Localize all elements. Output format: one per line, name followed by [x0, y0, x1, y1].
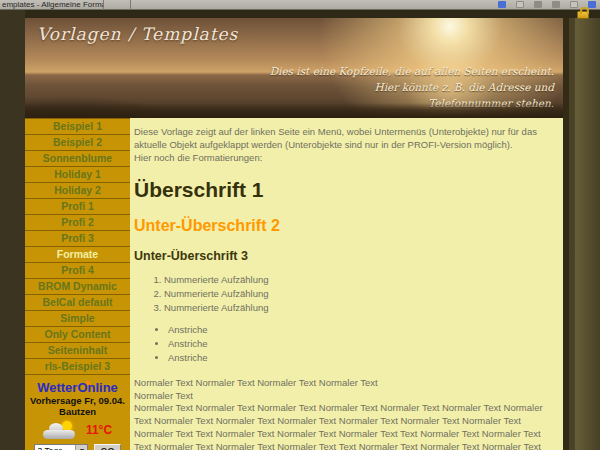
- forecast-range-value: 3 Tage: [37, 446, 62, 450]
- sidebar-item-rls-beispiel-3[interactable]: rls-Beispiel 3: [25, 359, 130, 375]
- logo-text: nline: [88, 380, 118, 395]
- heading-1: Überschrift 1: [134, 178, 553, 201]
- sidebar-item-belcal-default[interactable]: BelCal default: [25, 295, 130, 311]
- sidebar-item-holiday-1[interactable]: Holiday 1: [25, 167, 130, 183]
- browser-app-icon[interactable]: [498, 1, 506, 8]
- sidebar-item-seiteninhalt[interactable]: Seiteninhalt: [25, 343, 130, 359]
- heading-2: Unter-Überschrift 2: [134, 217, 553, 235]
- sidebar-item-beispiel-2[interactable]: Beispiel 2: [25, 135, 130, 151]
- numbered-list: Nummerierte Aufzählung Nummerierte Aufzä…: [150, 274, 553, 314]
- main-content: Diese Vorlage zeigt auf der linken Seite…: [130, 118, 563, 450]
- wetteronline-logo[interactable]: WetterOnline: [25, 381, 130, 395]
- numbered-list-item: Nummerierte Aufzählung: [164, 302, 553, 315]
- logo-text: Wetter: [37, 380, 77, 395]
- page-container: Vorlagen / Templates Dies ist eine Kopfz…: [25, 18, 569, 450]
- bullet-list-item: Anstriche: [168, 338, 553, 351]
- bullet-list-item: Anstriche: [168, 352, 553, 365]
- dune-grass: [25, 103, 563, 118]
- browser-tab[interactable]: emplates - Allgemeine Formate für Texte …: [0, 0, 104, 10]
- site-title: Vorlagen / Templates: [37, 24, 238, 44]
- window-icon[interactable]: [516, 1, 524, 8]
- tagline-line: Hier könnte z. B. die Adresse und: [270, 80, 554, 96]
- sidebar-menu: Beispiel 1 Beispiel 2 Sonnenblume Holida…: [25, 118, 130, 450]
- minimize-icon[interactable]: [534, 1, 542, 8]
- formats-intro: Hier noch die Formatierungen:: [134, 152, 553, 165]
- help-icon[interactable]: [588, 1, 596, 8]
- browser-tab-divider: [105, 0, 131, 10]
- sidebar-item-profi-3[interactable]: Profi 3: [25, 231, 130, 247]
- chevron-down-icon[interactable]: ▼: [75, 445, 87, 450]
- sidebar-item-profi-4[interactable]: Profi 4: [25, 263, 130, 279]
- forecast-range-select[interactable]: 3 Tage ▼: [34, 444, 88, 450]
- sidebar-item-simple[interactable]: Simple: [25, 311, 130, 327]
- logo-sun-o-icon: O: [77, 381, 87, 395]
- browser-titlebar: emplates - Allgemeine Formate für Texte …: [0, 0, 600, 10]
- heading-3: Unter-Überschrift 3: [134, 250, 553, 264]
- dark-top-band: [0, 10, 600, 18]
- sidebar-item-profi-1[interactable]: Profi 1: [25, 199, 130, 215]
- header-image: Vorlagen / Templates Dies ist eine Kopfz…: [25, 18, 563, 118]
- lock-icon: [577, 11, 589, 19]
- sidebar-item-sonnenblume[interactable]: Sonnenblume: [25, 151, 130, 167]
- page-icon[interactable]: [570, 1, 578, 8]
- sidebar-item-holiday-2[interactable]: Holiday 2: [25, 183, 130, 199]
- tagline-line: Dies ist eine Kopfzeile, die auf allen S…: [270, 64, 554, 80]
- normal-text-paragraph: Normaler Text Normaler Text Normaler Tex…: [134, 377, 553, 403]
- bullet-list-item: Anstriche: [168, 324, 553, 337]
- sidebar-item-brom-dynamic[interactable]: BROM Dynamic: [25, 279, 130, 295]
- forecast-date: Vorhersage Fr, 09.04.: [25, 395, 130, 406]
- cloud-sun-icon: [43, 421, 77, 439]
- sidebar-item-profi-2[interactable]: Profi 2: [25, 215, 130, 231]
- numbered-list-item: Nummerierte Aufzählung: [164, 288, 553, 301]
- left-background: [0, 10, 25, 450]
- forecast-city: Bautzen: [25, 406, 130, 417]
- normal-text-block: Normaler Text Normaler Text Normaler Tex…: [134, 402, 553, 450]
- go-button[interactable]: GO: [94, 444, 120, 450]
- sidebar-item-beispiel-1[interactable]: Beispiel 1: [25, 118, 130, 135]
- bullet-list: Anstriche Anstriche Anstriche: [156, 324, 553, 364]
- weather-widget: WetterOnline Vorhersage Fr, 09.04. Bautz…: [25, 381, 130, 450]
- right-background: [575, 18, 600, 450]
- sidebar-item-formate[interactable]: Formate: [25, 247, 130, 263]
- normal-text-line: Normaler Text: [134, 390, 553, 403]
- intro-paragraph: Diese Vorlage zeigt auf der linken Seite…: [134, 126, 553, 152]
- numbered-list-item: Nummerierte Aufzählung: [164, 274, 553, 287]
- menu-icon[interactable]: [552, 1, 560, 8]
- temperature-value: 11°C: [86, 423, 112, 437]
- sidebar-item-only-content[interactable]: Only Content: [25, 327, 130, 343]
- normal-text-line: Normaler Text Normaler Text Normaler Tex…: [134, 377, 553, 390]
